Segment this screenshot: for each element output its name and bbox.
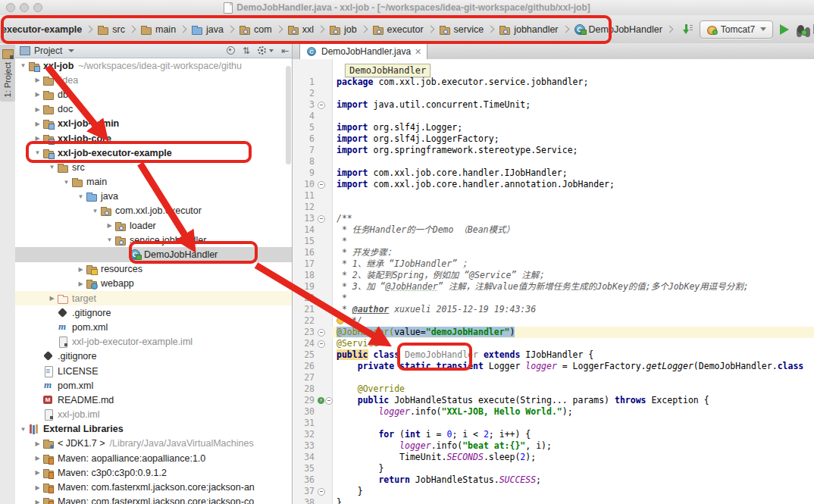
fold-marker-icon[interactable] <box>325 397 333 405</box>
locate-file-icon[interactable] <box>227 46 235 55</box>
project-view-dropdown[interactable] <box>68 49 74 52</box>
tree-item-db[interactable]: ▶db <box>15 87 292 102</box>
code-text: * 1、继承 “IJobHandler” ； <box>332 258 814 270</box>
breadcrumb-item-job[interactable]: job <box>329 23 357 36</box>
chevron-expanded-icon[interactable]: ▼ <box>47 164 57 171</box>
tree-item-loader[interactable]: ▶loader <box>15 218 292 233</box>
chevron-expanded-icon[interactable]: ▼ <box>18 426 28 433</box>
breadcrumb-item-demojobhandler[interactable]: DemoJobHandler <box>574 23 662 36</box>
tree-item-service.jobhandler[interactable]: ▼service.jobhandler <box>15 233 292 247</box>
override-method-icon[interactable]: ↑ <box>318 397 324 404</box>
line-number: 29 <box>293 395 318 406</box>
chevron-collapsed-icon[interactable]: ▶ <box>33 440 42 447</box>
tree-item-.idea[interactable]: ▶.idea <box>15 73 292 87</box>
chevron-expanded-icon[interactable]: ▼ <box>33 149 42 156</box>
gutter-icons <box>318 327 332 338</box>
fold-marker-icon[interactable] <box>318 488 325 496</box>
collapse-all-icon[interactable]: ⇅ <box>243 46 250 55</box>
gear-icon[interactable] <box>258 46 266 55</box>
chevron-collapsed-icon[interactable]: ▶ <box>33 484 42 491</box>
tree-item-xxl-job-core[interactable]: ▶xxl-job-core <box>15 131 292 146</box>
chevron-collapsed-icon[interactable]: ▶ <box>33 106 42 113</box>
chevron-collapsed-icon[interactable]: ▶ <box>105 222 114 229</box>
code-token: org.springframework.stereotype.Service; <box>368 145 578 155</box>
chevron-collapsed-icon[interactable]: ▶ <box>76 280 86 287</box>
code-token: class <box>778 361 804 371</box>
tree-item-maven-com.fasterxml.jackson.core-jackson-an[interactable]: ▶Maven: com.fasterxml.jackson.core:jacks… <box>15 480 292 494</box>
breadcrumb-item-service[interactable]: service <box>439 23 484 36</box>
tree-item-xxl-job[interactable]: ▼xxl-job~/workspaces/idea-git-workspace/… <box>15 58 292 73</box>
tree-item-pom.xml[interactable]: pom.xml <box>15 320 292 334</box>
fold-marker-icon[interactable] <box>318 215 325 223</box>
chevron-collapsed-icon[interactable]: ▶ <box>33 77 42 83</box>
breadcrumb-item-executor[interactable]: executor <box>372 23 424 36</box>
chevron-collapsed-icon[interactable]: ▶ <box>33 91 42 98</box>
tree-item-.gitignore[interactable]: .gitignore <box>15 349 292 364</box>
breadcrumb-item-src[interactable]: src <box>97 23 125 36</box>
tree-item-com.xxl.job.executor[interactable]: ▼com.xxl.job.executor <box>15 204 292 218</box>
chevron-collapsed-icon[interactable]: ▶ <box>33 135 42 142</box>
breadcrumb-item-java[interactable]: java <box>191 23 224 36</box>
tree-item-.gitignore[interactable]: .gitignore <box>15 305 292 320</box>
intention-bulb-icon[interactable] <box>337 317 344 324</box>
chevron-expanded-icon[interactable]: ▼ <box>105 236 114 243</box>
tree-item-label: xxl-job-executor-example.iml <box>72 337 193 347</box>
tree-item-xxl-job-executor-example[interactable]: ▼xxl-job-executor-example <box>15 146 292 160</box>
breadcrumb-item-com[interactable]: com <box>239 23 272 36</box>
chevron-collapsed-icon[interactable]: ▶ <box>33 455 42 462</box>
line-number: 12 <box>293 202 318 213</box>
fold-marker-icon[interactable] <box>318 329 325 337</box>
hide-panel-icon[interactable]: ⇤ <box>281 46 289 55</box>
chevron-expanded-icon[interactable]: ▼ <box>61 179 71 186</box>
chevron-collapsed-icon[interactable]: ▶ <box>76 266 86 273</box>
tree-item-maven-com.fasterxml.jackson.core-jackson-co[interactable]: ▶Maven: com.fasterxml.jackson.core:jacks… <box>15 495 292 504</box>
tree-item-resources[interactable]: ▶resources <box>15 262 292 277</box>
breadcrumb-item-xxl[interactable]: xxl <box>287 23 314 36</box>
tree-item-license[interactable]: LICENSE <box>15 364 292 378</box>
tree-item-xxl-job-executor-example.iml[interactable]: xxl-job-executor-example.iml <box>15 335 292 349</box>
chevron-expanded-icon[interactable]: ▼ <box>90 208 100 214</box>
tree-item-java[interactable]: ▼java <box>15 189 292 204</box>
chevron-expanded-icon[interactable]: ▼ <box>76 193 86 200</box>
chevron-collapsed-icon[interactable]: ▶ <box>33 499 42 504</box>
run-configuration-select[interactable]: Tomcat7 <box>700 20 773 39</box>
tree-item-xxl-job-admin[interactable]: ▶xxl-job-admin <box>15 117 292 131</box>
tree-item-target[interactable]: ▶target <box>15 291 292 305</box>
tree-item-maven-c3p0-c3p0-0.9.1.2[interactable]: ▶Maven: c3p0:c3p0:0.9.1.2 <box>15 465 292 480</box>
tree-item--jdk1.7-[interactable]: ▶< JDK1.7 >/Library/Java/JavaVirtualMach… <box>15 437 292 451</box>
tree-item-main[interactable]: ▼main <box>15 175 292 189</box>
tree-item-demojobhandler[interactable]: DemoJobHandler <box>15 247 292 261</box>
chevron-collapsed-icon[interactable]: ▶ <box>33 469 42 476</box>
breadcrumb-item-jobhandler[interactable]: jobhandler <box>499 23 558 36</box>
tree-item-xxl-job.iml[interactable]: xxl-job.iml <box>15 408 292 422</box>
tree-item-readme.md[interactable]: README.md <box>15 393 292 407</box>
tree-scrollbar[interactable] <box>286 66 291 164</box>
tree-item-src[interactable]: ▼src <box>15 160 292 174</box>
navigation-toolbar: executor-examplesrcmainjavacomxxljobexec… <box>0 15 814 44</box>
tab-demojobhandler[interactable]: DemoJobHandler.java ✕ <box>299 43 427 59</box>
tree-item-doc[interactable]: ▶doc <box>15 102 292 117</box>
tree-item-pom.xml[interactable]: pom.xml <box>15 378 292 393</box>
breadcrumb-item-main[interactable]: main <box>140 23 176 36</box>
module-icon <box>28 60 40 72</box>
fold-marker-icon[interactable] <box>318 181 325 189</box>
debug-button[interactable] <box>796 24 806 35</box>
gear-dropdown-icon[interactable] <box>269 49 274 52</box>
chevron-expanded-icon[interactable]: ▼ <box>18 62 28 69</box>
editor-body[interactable]: 1package com.xxl.job.executor.service.jo… <box>293 59 814 504</box>
fold-marker-icon[interactable] <box>318 102 325 109</box>
close-icon[interactable]: ✕ <box>415 48 421 56</box>
editor-area[interactable]: DemoJobHandler.java ✕ DemoJobHandler 1pa… <box>293 43 814 504</box>
code-token: ); <box>525 452 536 462</box>
breadcrumb-item-executor-example[interactable]: executor-example <box>2 24 82 35</box>
project-tool-window-button[interactable]: 1: Project <box>0 45 15 102</box>
fold-marker-icon[interactable] <box>318 340 325 348</box>
green-down-arrow-icon[interactable] <box>682 23 693 36</box>
tree-item-external-libraries[interactable]: ▼External Libraries <box>15 422 292 437</box>
chevron-collapsed-icon[interactable]: ▶ <box>33 121 42 127</box>
tree-item-maven-aopalliance-aopalliance-1.0[interactable]: ▶Maven: aopalliance:aopalliance:1.0 <box>15 451 292 465</box>
run-button[interactable] <box>780 24 789 35</box>
tree-item-label: xxl-job <box>43 61 74 71</box>
tree-item-webapp[interactable]: ▶webapp <box>15 277 292 291</box>
chevron-collapsed-icon[interactable]: ▶ <box>47 295 57 302</box>
